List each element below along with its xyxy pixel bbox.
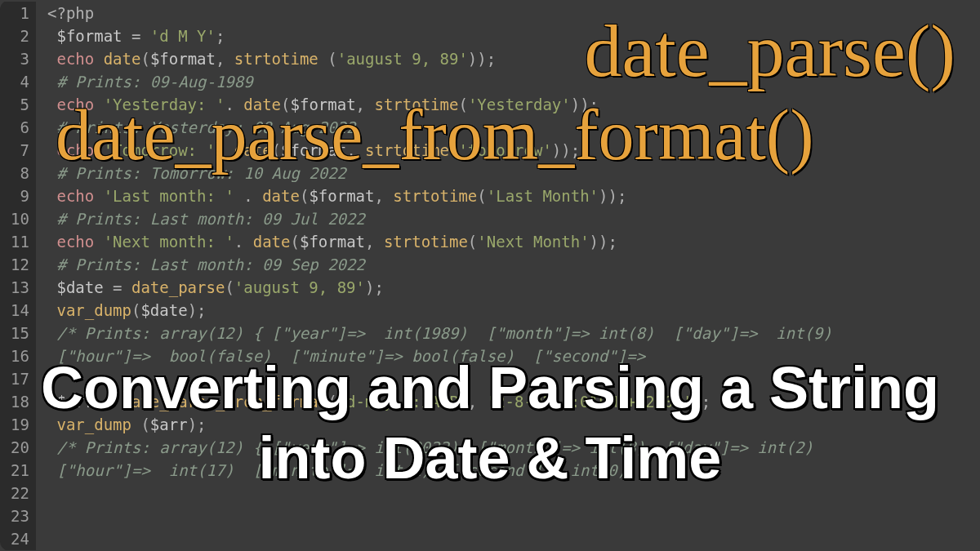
code-line: var_dump ($arr);	[47, 413, 832, 436]
line-number: 16	[3, 344, 29, 367]
line-number: 10	[3, 207, 29, 230]
line-number: 3	[3, 47, 29, 70]
line-number: 1	[3, 2, 29, 24]
code-line: $date = date_parse('august 9, 89');	[47, 276, 832, 299]
code-line: # Prints: Last month: 09 Sep 2022	[47, 253, 832, 276]
code-line: echo 'Yesterday: '. date($format, strtot…	[47, 93, 832, 116]
code-line: <?php	[47, 2, 832, 24]
line-number: 11	[3, 230, 29, 253]
line-number-gutter: 1 2 3 4 5 6 7 8 9 10 11 12 13 14 15 16 1…	[0, 2, 36, 550]
line-number: 19	[3, 413, 29, 436]
line-number: 18	[3, 390, 29, 413]
code-line: echo 'Last month: ' . date($format, strt…	[47, 184, 832, 207]
code-line: /* Prints: array(12) { ["year"]=> int(19…	[47, 322, 832, 344]
code-line: echo date($format, strtotime ('august 9,…	[47, 47, 832, 70]
code-line	[47, 482, 832, 504]
code-line: # Prints: Tomorrow: 10 Aug 2022	[47, 162, 832, 184]
code-line: ["hour"]=> bool(false) ["minute"]=> bool…	[47, 344, 832, 367]
line-number: 9	[3, 184, 29, 207]
code-line: var_dump($date);	[47, 299, 832, 322]
code-line: ["hour"]=> int(17) ["minute"]=> int(1) […	[47, 459, 832, 482]
line-number: 22	[3, 482, 29, 504]
code-line: # Prints: Yesterday: 08 Aug 2022	[47, 116, 832, 139]
line-number: 17	[3, 367, 29, 390]
code-line: $arr = date_parse_from_format('d-m-y h:i…	[47, 390, 832, 413]
code-line	[47, 504, 832, 527]
code-line: echo 'Tomorrow: '. date($format, strtoti…	[47, 139, 832, 162]
code-line: # Prints: 09-Aug-1989	[47, 70, 832, 93]
line-number: 4	[3, 70, 29, 93]
line-number: 12	[3, 253, 29, 276]
code-content: <?php $format = 'd M Y'; echo date($form…	[36, 2, 832, 550]
line-number: 13	[3, 276, 29, 299]
line-number: 5	[3, 93, 29, 116]
code-editor: 1 2 3 4 5 6 7 8 9 10 11 12 13 14 15 16 1…	[0, 0, 980, 550]
line-number: 20	[3, 436, 29, 459]
line-number: 2	[3, 24, 29, 47]
code-line: echo 'Next month: '. date($format, strto…	[47, 230, 832, 253]
code-line	[47, 527, 832, 550]
line-number: 21	[3, 459, 29, 482]
line-number: 6	[3, 116, 29, 139]
line-number: 23	[3, 504, 29, 527]
line-number: 14	[3, 299, 29, 322]
line-number: 15	[3, 322, 29, 344]
line-number: 24	[3, 527, 29, 550]
line-number: 8	[3, 162, 29, 184]
code-line: /* Prints: array(12) { ["year"]=> int(20…	[47, 436, 832, 459]
code-line	[47, 367, 832, 390]
code-line: $format = 'd M Y';	[47, 24, 832, 47]
code-line: # Prints: Last month: 09 Jul 2022	[47, 207, 832, 230]
line-number: 7	[3, 139, 29, 162]
